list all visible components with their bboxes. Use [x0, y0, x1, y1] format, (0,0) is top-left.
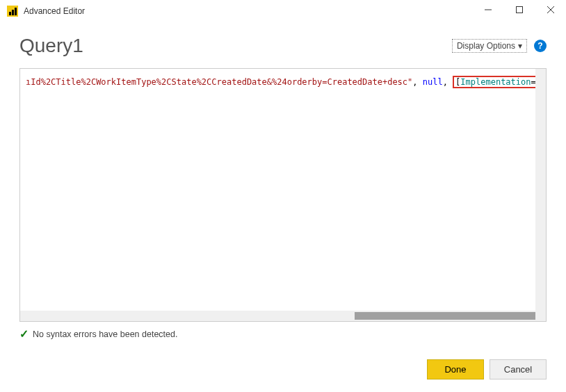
vertical-scrollbar[interactable]: [535, 69, 546, 321]
minimize-button[interactable]: [472, 0, 503, 19]
svg-rect-1: [516, 7, 522, 13]
cancel-button[interactable]: Cancel: [490, 359, 547, 379]
query-title: Query1: [19, 35, 83, 57]
status-message: No syntax errors have been detected.: [33, 329, 177, 339]
close-button[interactable]: [535, 0, 566, 19]
horizontal-scrollbar-thumb[interactable]: [355, 312, 535, 320]
chevron-down-icon: ▾: [518, 41, 522, 51]
code-key: Implementation: [460, 77, 531, 87]
checkmark-icon: ✓: [19, 327, 29, 341]
code-null: null: [423, 77, 443, 87]
code-editor[interactable]: ıId%2CTitle%2CWorkItemType%2CState%2CCre…: [19, 68, 547, 322]
display-options-dropdown[interactable]: Display Options ▾: [452, 39, 527, 53]
app-icon: [7, 6, 18, 17]
code-content[interactable]: ıId%2CTitle%2CWorkItemType%2CState%2CCre…: [20, 69, 546, 321]
display-options-label: Display Options: [457, 41, 515, 51]
done-button[interactable]: Done: [427, 359, 484, 379]
window-controls: [472, 0, 566, 19]
maximize-button[interactable]: [503, 0, 535, 19]
horizontal-scrollbar[interactable]: [20, 311, 535, 321]
header-right: Display Options ▾ ?: [452, 39, 547, 53]
help-icon[interactable]: ?: [534, 40, 547, 52]
code-comma: ,: [412, 77, 422, 87]
titlebar-title: Advanced Editor: [24, 6, 85, 16]
highlighted-parameter: [Implementation="2.0"]): [453, 76, 546, 88]
code-comma: ,: [443, 77, 453, 87]
footer-row: Done Cancel: [427, 359, 547, 379]
header-row: Query1 Display Options ▾ ?: [0, 22, 566, 61]
status-row: ✓ No syntax errors have been detected.: [19, 327, 547, 341]
code-string-segment: ıId%2CTitle%2CWorkItemType%2CState%2CCre…: [26, 77, 412, 87]
titlebar: Advanced Editor: [0, 0, 566, 22]
